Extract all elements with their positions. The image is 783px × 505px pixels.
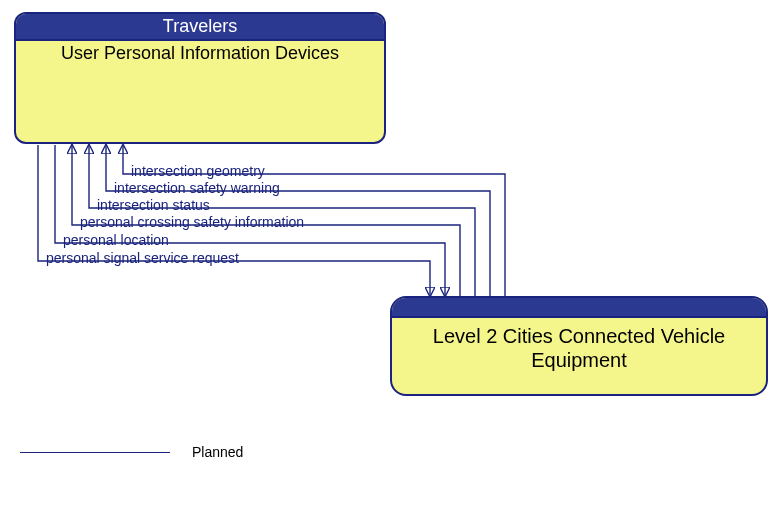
diagram-stage: Travelers User Personal Information Devi… xyxy=(0,0,783,505)
flow-label-intersection-geometry: intersection geometry xyxy=(131,163,265,179)
node-equipment-header xyxy=(392,298,766,318)
node-equipment-line1: Level 2 Cities Connected Vehicle xyxy=(433,325,725,347)
node-equipment-line2: Equipment xyxy=(531,349,627,371)
legend-line-icon xyxy=(20,452,170,453)
node-travelers-header: Travelers xyxy=(16,14,384,41)
legend-planned-label: Planned xyxy=(192,444,243,460)
node-travelers: Travelers User Personal Information Devi… xyxy=(14,12,386,144)
flow-label-personal-location: personal location xyxy=(63,232,169,248)
node-travelers-body: User Personal Information Devices xyxy=(16,41,384,64)
flow-label-intersection-status: intersection status xyxy=(97,197,210,213)
flow-label-personal-signal-service-request: personal signal service request xyxy=(46,250,239,266)
flow-label-intersection-safety-warning: intersection safety warning xyxy=(114,180,280,196)
node-equipment-body: Level 2 Cities Connected Vehicle Equipme… xyxy=(392,318,766,372)
flow-label-personal-crossing-safety-information: personal crossing safety information xyxy=(80,214,304,230)
node-equipment: Level 2 Cities Connected Vehicle Equipme… xyxy=(390,296,768,396)
